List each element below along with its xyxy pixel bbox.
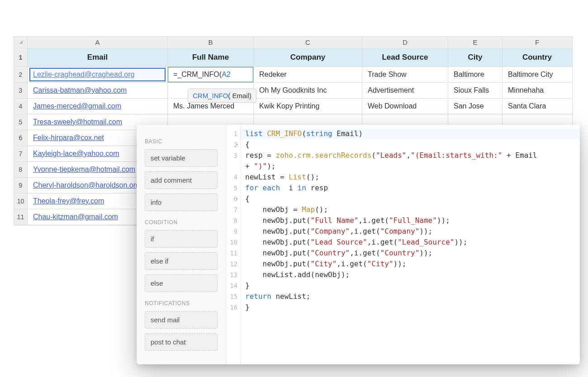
- row-number[interactable]: 1: [14, 48, 28, 66]
- cell-city[interactable]: San Jose: [448, 99, 503, 114]
- row-number[interactable]: 10: [14, 193, 28, 209]
- email-link[interactable]: James-merced@gmail.com: [33, 102, 121, 110]
- cell-country[interactable]: Baltimore City: [503, 67, 572, 82]
- sidebar-item-post-to-chat[interactable]: post to chat: [145, 333, 218, 351]
- tooltip-fn: CRM_INFO: [193, 92, 228, 99]
- code-line[interactable]: list CRM_INFO(string Email): [241, 128, 580, 139]
- gutter-line: 4: [226, 172, 237, 183]
- gutter-line: 11: [226, 248, 237, 259]
- header-email[interactable]: Email: [28, 48, 168, 66]
- col-letter-C[interactable]: C: [254, 37, 362, 48]
- sidebar-item-add-comment[interactable]: add comment: [145, 171, 218, 189]
- gutter-line: [226, 161, 237, 172]
- cell-country[interactable]: Minnehaha: [503, 83, 572, 98]
- formula-tooltip[interactable]: CRM_INFO( Email): [188, 89, 256, 103]
- cell-fullname[interactable]: =_CRM_INFO(A2: [168, 67, 254, 82]
- cell-country[interactable]: Santa Clara: [503, 99, 572, 114]
- code-line[interactable]: newObj.put("Company",i.get("Company"));: [245, 226, 575, 237]
- code-line[interactable]: return newList;: [245, 291, 575, 302]
- sidebar-item-else[interactable]: else: [145, 274, 218, 292]
- email-link[interactable]: Theola-frey@frey.com: [33, 197, 104, 205]
- sidebar-item-else-if[interactable]: else if: [145, 252, 218, 270]
- email-link[interactable]: Yvonne-tjepkema@hotmail.com: [33, 165, 135, 173]
- header-fullname[interactable]: Full Name: [168, 48, 254, 66]
- col-letter-F[interactable]: F: [503, 37, 572, 48]
- gutter-line: 3: [226, 150, 237, 161]
- tooltip-rest: ( Email): [228, 92, 251, 99]
- gutter-line: 8: [226, 215, 237, 226]
- sidebar-item-if[interactable]: if: [145, 230, 218, 248]
- row-number[interactable]: 3: [14, 83, 28, 98]
- row-number[interactable]: 7: [14, 146, 28, 161]
- header-row: 1 Email Full Name Company Lead Source Ci…: [14, 48, 572, 67]
- row-number[interactable]: 8: [14, 162, 28, 177]
- cell-email[interactable]: Lezlie-craghead@craghead.org: [28, 67, 168, 82]
- code-line[interactable]: for each i in resp: [245, 183, 575, 193]
- cell-city[interactable]: Sioux Falls: [448, 83, 503, 98]
- sidebar-section-title: BASIC: [145, 138, 218, 145]
- gutter-line: 9: [226, 226, 237, 237]
- formula-input[interactable]: =_CRM_INFO(A2: [173, 71, 231, 78]
- gutter-line: 2: [226, 139, 237, 150]
- row-number[interactable]: 2: [14, 67, 28, 82]
- cell-leadsource[interactable]: Trade Show: [362, 67, 448, 82]
- email-link[interactable]: Carissa-batman@yahoo.com: [33, 86, 127, 94]
- col-letter-A[interactable]: A: [28, 37, 168, 48]
- cell-email[interactable]: James-merced@gmail.com: [28, 99, 168, 114]
- code-line[interactable]: newObj.put("City",i.get("City"));: [245, 259, 575, 269]
- code-line[interactable]: newObj = Map();: [245, 204, 575, 215]
- code-line[interactable]: newObj.put("Full Name",i.get("Full_Name"…: [245, 215, 575, 226]
- sidebar-item-info[interactable]: info: [145, 193, 218, 211]
- gutter-line: 7: [226, 204, 237, 215]
- email-link[interactable]: Chau-kitzman@gmail.com: [33, 213, 118, 221]
- email-link[interactable]: Felix-hirpara@cox.net: [33, 134, 104, 141]
- header-company[interactable]: Company: [254, 48, 362, 66]
- cell-company[interactable]: Kwik Kopy Printing: [254, 99, 362, 114]
- email-link[interactable]: Tresa-sweely@hotmail.com: [33, 118, 122, 126]
- header-country[interactable]: Country: [503, 48, 572, 66]
- row-number[interactable]: 5: [14, 114, 28, 130]
- code-line[interactable]: {: [245, 139, 575, 150]
- code-line[interactable]: + ")");: [245, 161, 575, 172]
- header-city[interactable]: City: [448, 48, 503, 66]
- email-link[interactable]: Lezlie-craghead@craghead.org: [33, 71, 134, 78]
- code-editor[interactable]: 12345678910111213141516 list CRM_INFO(st…: [226, 125, 580, 364]
- table-row: 2Lezlie-craghead@craghead.org=_CRM_INFO(…: [14, 67, 572, 83]
- col-letter-D[interactable]: D: [362, 37, 448, 48]
- email-link[interactable]: Kayleigh-lace@yahoo.com: [33, 150, 119, 157]
- code-line[interactable]: {: [245, 193, 575, 204]
- row-number[interactable]: 4: [14, 99, 28, 114]
- row-number[interactable]: 6: [14, 130, 28, 146]
- row-number[interactable]: 11: [14, 209, 28, 225]
- col-letter-B[interactable]: B: [168, 37, 254, 48]
- sidebar-item-set-variable[interactable]: set variable: [145, 149, 218, 167]
- cell-leadsource[interactable]: Advertisement: [362, 83, 448, 98]
- select-all-corner[interactable]: [14, 37, 28, 47]
- header-leadsource[interactable]: Lead Source: [362, 48, 448, 66]
- row-number[interactable]: 9: [14, 178, 28, 193]
- editor-sidebar: BASICset variableadd commentinfoCONDITIO…: [137, 125, 226, 364]
- code-line[interactable]: resp = zoho.crm.searchRecords("Leads","(…: [245, 150, 575, 161]
- code-line[interactable]: }: [245, 280, 575, 291]
- gutter-line: 16: [226, 302, 237, 313]
- code-line[interactable]: }: [245, 302, 575, 313]
- code-line[interactable]: newList = List();: [245, 172, 575, 183]
- cell-city[interactable]: Baltimore: [448, 67, 503, 82]
- code-content[interactable]: list CRM_INFO(string Email){resp = zoho.…: [241, 125, 580, 364]
- email-link[interactable]: Cheryl-haroldson@haroldson.org: [33, 181, 140, 189]
- code-line[interactable]: newObj.put("Country",i.get("Country"));: [245, 248, 575, 259]
- cell-leadsource[interactable]: Web Download: [362, 99, 448, 114]
- cell-company[interactable]: Redeker: [254, 67, 362, 82]
- sidebar-item-send-mail[interactable]: send mail: [145, 311, 218, 329]
- code-editor-panel: BASICset variableadd commentinfoCONDITIO…: [137, 125, 580, 364]
- col-letter-E[interactable]: E: [448, 37, 503, 48]
- cell-company[interactable]: Oh My Goodknits Inc: [254, 83, 362, 98]
- sidebar-section-title: NOTIFICATIONS: [145, 300, 218, 306]
- table-row: 4James-merced@gmail.comMs. James MercedK…: [14, 99, 572, 114]
- code-line[interactable]: newObj.put("Lead Source",i.get("Lead_Sou…: [245, 237, 575, 248]
- table-row: 3Carissa-batman@yahoo.comOh My Goodknits…: [14, 83, 572, 99]
- gutter-line: 5: [226, 183, 237, 193]
- gutter-line: 15: [226, 291, 237, 302]
- code-line[interactable]: newList.add(newObj);: [245, 269, 575, 280]
- cell-email[interactable]: Carissa-batman@yahoo.com: [28, 83, 168, 98]
